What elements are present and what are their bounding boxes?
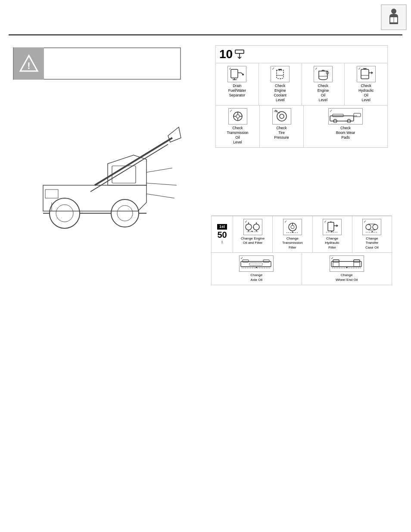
svg-rect-91 [333,260,339,267]
warning-triangle: ! [14,47,44,80]
svg-line-51 [146,168,172,172]
svg-rect-84 [263,260,269,262]
panel-10-icons-row2: ✓ Check Transmission Oil Level ✓ [216,105,387,147]
icon-change-wheel-end-oil: ✓ Change Wheel End Oil [302,253,392,285]
svg-marker-81 [371,231,373,232]
svg-rect-87 [249,263,262,265]
svg-point-66 [291,225,294,229]
svg-point-47 [117,205,133,221]
icon-change-hydraulic-filter: ✓ Change Hydraulic Filter [313,216,352,252]
panel-50-icons-row1: 1st 50 ↕ ✓ + [212,216,392,252]
icon-change-engine-oil-filter-label: Change Engine Oil and Filter [235,236,271,246]
svg-marker-73 [336,224,338,227]
icon-check-transmission-oil-label: Check Transmission Oil Level [218,126,258,145]
svg-marker-69 [292,231,293,233]
svg-point-25 [236,115,240,118]
machine-illustration [9,99,202,246]
book-icon [381,4,407,30]
warning-box: ! [13,47,181,80]
maintenance-panel-10: 10 ✓ [215,45,388,148]
icon-change-axle-oil: ✓ Change Axle Oil [212,253,302,285]
panel-10-number: 10 [219,47,233,61]
icon-check-hydraulic-oil-label: Check Hydraulic Oil Level [346,84,386,103]
svg-point-30 [277,112,286,121]
icon-change-wheel-end-oil-label: Change Wheel End Oil [304,273,390,282]
panel-50-first: 1st [217,224,227,230]
icon-check-tire-pressure: ✓ Check Tire Pressure [260,106,304,147]
icon-check-engine-coolant: ✓ Check Engine Coolant Level [259,63,302,105]
maintenance-panel-50: 1st 50 ↕ ✓ + [211,215,392,285]
warning-content [44,60,180,67]
svg-point-44 [50,198,80,228]
svg-line-52 [146,183,177,185]
panel-10-icons-row1: ✓ Drain Fuel/Water Separator ✓ [216,63,387,105]
icon-drain-fuel-water-label: Drain Fuel/Water Separator [218,84,257,98]
svg-rect-83 [243,260,249,262]
svg-marker-23 [371,72,373,74]
svg-point-46 [111,199,139,227]
svg-point-56 [246,224,252,230]
svg-point-12 [242,74,244,75]
icon-change-transfer-case-oil-label: Change Transfer Case Oil [354,236,390,250]
svg-text:!: ! [27,60,30,71]
panel-50-header: 1st 50 ↕ [212,216,233,252]
svg-rect-70 [328,222,334,231]
svg-rect-36 [333,114,343,117]
icon-change-hydraulic-filter-label: Change Hydraulic Filter [314,236,350,250]
svg-rect-89 [333,260,339,262]
icon-check-hydraulic-oil: ✓ Check Hydraulic Oil Level [345,63,387,105]
svg-line-43 [90,144,168,192]
svg-point-0 [391,9,396,14]
top-divider [9,34,402,35]
panel-50-icons-row2: ✓ Change Axle Oil ✓ [212,252,392,285]
svg-line-53 [146,194,174,198]
icon-change-transmission-filter-label: Change Transmission Filter [274,236,310,250]
icon-change-axle-oil-label: Change Axle Oil [213,273,300,282]
svg-point-77 [373,224,378,230]
panel-50-suffix: ↕ [221,239,223,245]
icon-drain-fuel-water: ✓ Drain Fuel/Water Separator [216,63,259,105]
panel-10-header: 10 [216,46,387,63]
icon-change-transfer-case-oil: ✓ Change Transfer Case Oil [352,216,392,252]
svg-rect-54 [45,190,58,198]
icon-check-engine-coolant-label: Check Engine Coolant Level [261,84,300,103]
svg-rect-5 [235,50,244,53]
icon-check-engine-oil-label: Check Engine Oil Level [304,84,343,103]
icon-check-tire-pressure-label: Check Tire Pressure [262,126,302,140]
icon-check-transmission-oil: ✓ Check Transmission Oil Level [216,106,260,147]
svg-rect-9 [231,69,238,78]
icon-change-transmission-filter: ✓ Change Transmission Filter [273,216,312,252]
svg-rect-18 [361,69,369,79]
svg-marker-64 [251,230,253,232]
svg-line-42 [95,138,172,185]
icon-change-engine-oil-filter: ✓ + Change Engine Oil and Filte [233,216,273,252]
icon-check-boom-wear: ✓ Check Boom Wear Pads [304,106,387,147]
svg-rect-39 [354,113,361,117]
svg-rect-90 [354,260,360,262]
icon-check-engine-oil: ✓ Check Engine Oil Level [302,63,345,105]
svg-point-31 [280,114,284,118]
svg-rect-92 [354,260,360,267]
icon-check-boom-wear-label: Check Boom Wear Pads [305,126,386,140]
svg-point-76 [366,224,371,230]
panel-50-number: 50 [217,230,227,239]
svg-point-45 [56,205,73,222]
